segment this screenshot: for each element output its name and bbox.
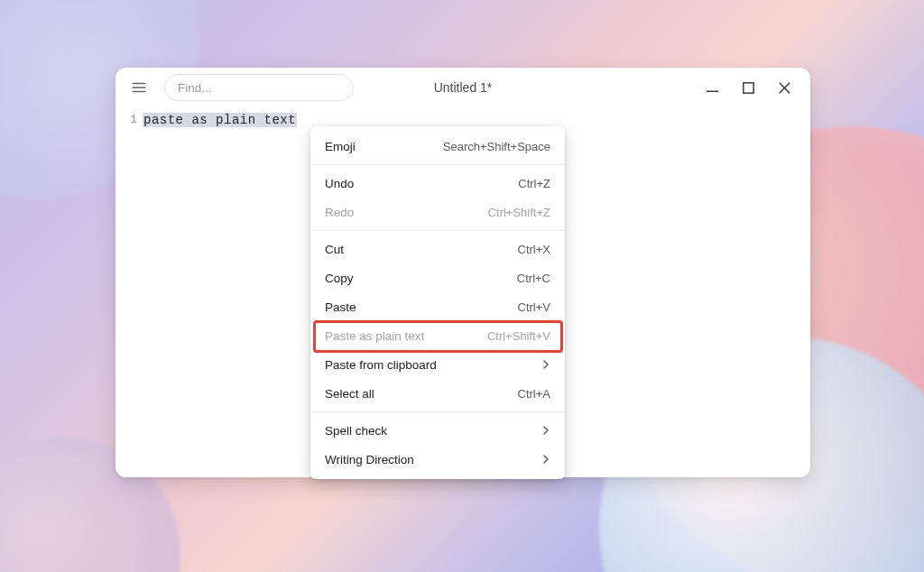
chevron-right-icon: [541, 358, 550, 372]
menu-undo[interactable]: Undo Ctrl+Z: [310, 169, 565, 198]
menu-label: Writing Direction: [325, 453, 414, 466]
menu-select-all[interactable]: Select all Ctrl+A: [310, 379, 565, 408]
menu-shortcut: Ctrl+Shift+Z: [488, 206, 550, 219]
menu-paste-clipboard[interactable]: Paste from clipboard: [310, 350, 565, 379]
menu-label: Cut: [325, 243, 344, 256]
menu-label: Copy: [325, 272, 354, 285]
minimize-button[interactable]: [704, 79, 720, 96]
close-button[interactable]: [776, 79, 792, 96]
find-input[interactable]: [178, 81, 340, 95]
menu-shortcut: Ctrl+C: [517, 272, 550, 285]
menu-separator: [310, 230, 565, 231]
menu-separator: [310, 164, 565, 165]
find-field[interactable]: [164, 74, 354, 101]
menu-paste-plain: Paste as plain text Ctrl+Shift+V: [310, 321, 565, 350]
menu-paste[interactable]: Paste Ctrl+V: [310, 292, 565, 321]
menu-label: Emoji: [325, 140, 356, 153]
titlebar: Untitled 1*: [116, 68, 810, 107]
menu-cut[interactable]: Cut Ctrl+X: [310, 235, 565, 263]
chevron-right-icon: [541, 424, 550, 438]
window-controls: [704, 79, 799, 96]
maximize-button[interactable]: [740, 79, 756, 96]
menu-shortcut: Ctrl+A: [518, 387, 550, 401]
menu-label: Select all: [325, 387, 374, 401]
menu-emoji[interactable]: Emoji Search+Shift+Space: [310, 132, 565, 161]
menu-separator: [310, 411, 565, 412]
line-number: 1: [116, 113, 137, 126]
svg-rect-1: [743, 82, 753, 92]
menu-label: Paste as plain text: [325, 329, 424, 343]
menu-shortcut: Ctrl+Shift+V: [487, 329, 550, 343]
menu-spell-check[interactable]: Spell check: [310, 416, 565, 445]
menu-shortcut: Ctrl+V: [518, 300, 550, 314]
menu-redo: Redo Ctrl+Shift+Z: [310, 198, 565, 226]
chevron-right-icon: [541, 453, 550, 466]
menu-label: Spell check: [325, 424, 387, 438]
menu-shortcut: Ctrl+Z: [518, 177, 550, 190]
menu-icon[interactable]: [126, 75, 152, 100]
menu-label: Paste: [325, 300, 356, 314]
menu-shortcut: Search+Shift+Space: [443, 140, 550, 153]
menu-shortcut: Ctrl+X: [518, 243, 550, 256]
menu-label: Paste from clipboard: [325, 358, 437, 372]
menu-label: Redo: [325, 206, 354, 219]
menu-label: Undo: [325, 177, 354, 190]
line-gutter: 1: [116, 107, 143, 477]
selected-text[interactable]: paste as plain text: [143, 113, 297, 127]
menu-writing-direction[interactable]: Writing Direction: [310, 445, 565, 474]
context-menu: Emoji Search+Shift+Space Undo Ctrl+Z Red…: [310, 126, 565, 479]
menu-copy[interactable]: Copy Ctrl+C: [310, 263, 565, 292]
